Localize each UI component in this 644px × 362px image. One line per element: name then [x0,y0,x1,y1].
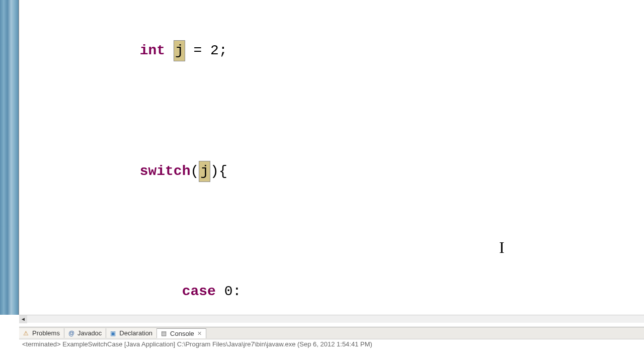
code-line-blank[interactable] [38,101,644,121]
bottom-panel: ⚠ Problems @ Javadoc ▣ Declaration ▤ Con… [19,327,644,362]
code-content[interactable]: int j = 2; switch(j){ case 0: System.out… [38,0,644,315]
tab-declaration[interactable]: ▣ Declaration [106,328,157,338]
code-editor[interactable]: int j = 2; switch(j){ case 0: System.out… [19,0,644,315]
console-status: <terminated> ExampleSwitchCase [Java App… [19,339,644,349]
keyword-case: case [182,284,216,299]
horizontal-scrollbar[interactable]: ◄ [19,315,644,323]
code-line[interactable]: switch(j){ [38,161,644,181]
keyword-switch: switch [140,163,191,179]
code-line[interactable]: case 0: [38,282,644,302]
variable-j-decl: j [174,40,185,61]
scroll-left-arrow-icon[interactable]: ◄ [19,315,27,323]
code-line[interactable]: int j = 2; [38,40,644,60]
bottom-tabs: ⚠ Problems @ Javadoc ▣ Declaration ▤ Con… [19,327,644,339]
variable-j-ref: j [199,161,210,182]
tab-javadoc[interactable]: @ Javadoc [64,328,106,338]
editor-left-margin [0,0,19,315]
editor-gutter [19,0,38,315]
code-text: ( [190,163,199,179]
keyword-int: int [140,43,165,58]
tab-label: Declaration [119,329,152,337]
console-icon: ▤ [161,330,168,337]
code-line-blank[interactable] [38,221,644,241]
code-text: ){ [210,163,227,179]
tab-console[interactable]: ▤ Console ✕ [157,328,206,338]
code-text: 0: [216,284,241,299]
close-icon[interactable]: ✕ [197,330,202,337]
tab-label: Console [170,330,194,337]
javadoc-icon: @ [68,330,75,337]
code-text: = 2; [185,43,227,58]
tab-label: Javadoc [77,329,102,337]
declaration-icon: ▣ [110,330,117,337]
tab-label: Problems [32,329,60,337]
problems-icon: ⚠ [23,330,30,337]
tab-problems[interactable]: ⚠ Problems [19,328,64,338]
